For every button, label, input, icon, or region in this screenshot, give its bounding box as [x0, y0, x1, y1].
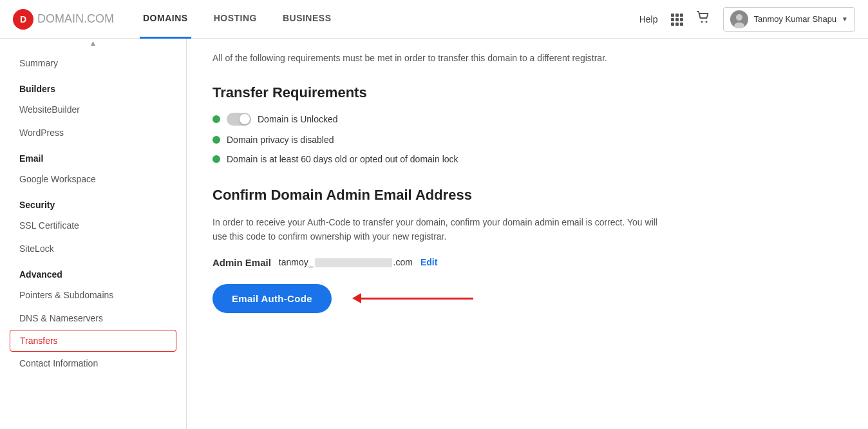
sidebar-item-summary[interactable]: Summary [0, 52, 186, 75]
grid-icon[interactable] [670, 13, 683, 26]
sidebar-section-security: Security [0, 191, 186, 214]
sidebar-item-contact[interactable]: Contact Information [0, 352, 186, 375]
confirm-title: Confirm Domain Admin Email Address [212, 187, 842, 204]
logo-icon: D [13, 9, 33, 30]
admin-email-value: tanmoy_.com [279, 257, 413, 267]
sidebar-section-builders: Builders [0, 75, 186, 98]
button-area: Email Auth-Code [212, 284, 842, 313]
nav-domains[interactable]: DOMAINS [140, 0, 191, 39]
sidebar-item-dns[interactable]: DNS & Nameservers [0, 307, 186, 330]
confirm-description: In order to receive your Auth-Code to tr… [212, 215, 663, 244]
help-link[interactable]: Help [639, 14, 658, 24]
user-name: Tanmoy Kumar Shapu [753, 14, 836, 24]
cart-icon[interactable] [696, 10, 710, 28]
header: D DOMAIN.COM DOMAINS HOSTING BUSINESS He… [0, 0, 868, 39]
sidebar-item-ssl[interactable]: SSL Certificate [0, 214, 186, 237]
svg-rect-3 [671, 18, 674, 21]
sidebar: ▲ Summary Builders WebsiteBuilder WordPr… [0, 39, 187, 429]
sidebar-section-email: Email [0, 144, 186, 167]
email-auth-code-button[interactable]: Email Auth-Code [212, 284, 332, 313]
sidebar-item-sitelock[interactable]: SiteLock [0, 237, 186, 260]
confirm-section: Confirm Domain Admin Email Address In or… [212, 187, 842, 313]
domain-unlocked-toggle[interactable] [227, 113, 251, 126]
requirement-text-3: Domain is at least 60 days old or opted … [227, 154, 458, 164]
requirement-text-2: Domain privacy is disabled [227, 135, 334, 145]
svg-rect-0 [671, 14, 674, 17]
sidebar-item-pointers[interactable]: Pointers & Subdomains [0, 283, 186, 307]
scroll-indicator: ▲ [90, 39, 97, 48]
redacted-email [315, 258, 392, 267]
svg-rect-2 [680, 14, 683, 17]
requirement-item-1: Domain is Unlocked [212, 113, 842, 126]
nav-hosting[interactable]: HOSTING [211, 0, 260, 39]
requirement-text-1: Domain is Unlocked [258, 114, 338, 124]
header-right: Help [639, 7, 855, 32]
admin-email-label: Admin Email [212, 257, 271, 268]
layout: ▲ Summary Builders WebsiteBuilder WordPr… [0, 39, 868, 429]
svg-point-10 [706, 21, 708, 23]
requirement-item-2: Domain privacy is disabled [212, 135, 842, 145]
requirement-item-3: Domain is at least 60 days old or opted … [212, 154, 842, 164]
nav-business[interactable]: BUSINESS [279, 0, 335, 39]
logo-area: D DOMAIN.COM [13, 9, 114, 30]
svg-rect-6 [671, 23, 674, 26]
sidebar-item-wordpress[interactable]: WordPress [0, 121, 186, 144]
sidebar-item-transfers[interactable]: Transfers [10, 330, 176, 352]
svg-rect-8 [680, 23, 683, 26]
sidebar-item-google-workspace[interactable]: Google Workspace [0, 167, 186, 191]
green-dot-1 [212, 115, 220, 123]
edit-email-link[interactable]: Edit [420, 257, 437, 267]
svg-rect-1 [675, 14, 679, 17]
intro-text: All of the following requirements must b… [212, 52, 842, 65]
arrow-indicator [357, 298, 473, 300]
avatar [730, 10, 748, 28]
main-nav: DOMAINS HOSTING BUSINESS [140, 0, 639, 39]
transfer-requirements-title: Transfer Requirements [212, 84, 842, 101]
svg-rect-5 [680, 18, 683, 21]
arrow-line [357, 298, 473, 300]
chevron-down-icon: ▼ [842, 15, 848, 23]
svg-point-12 [736, 14, 742, 21]
svg-point-9 [701, 21, 703, 23]
sidebar-section-advanced: Advanced [0, 260, 186, 283]
main-content: All of the following requirements must b… [187, 39, 868, 429]
svg-rect-4 [675, 18, 679, 21]
admin-email-row: Admin Email tanmoy_.com Edit [212, 257, 842, 268]
green-dot-2 [212, 136, 220, 144]
user-menu[interactable]: Tanmoy Kumar Shapu ▼ [723, 7, 855, 32]
green-dot-3 [212, 155, 220, 163]
sidebar-item-websitebuilder[interactable]: WebsiteBuilder [0, 98, 186, 121]
svg-rect-7 [675, 23, 679, 26]
logo-text: DOMAIN.COM [37, 12, 114, 26]
